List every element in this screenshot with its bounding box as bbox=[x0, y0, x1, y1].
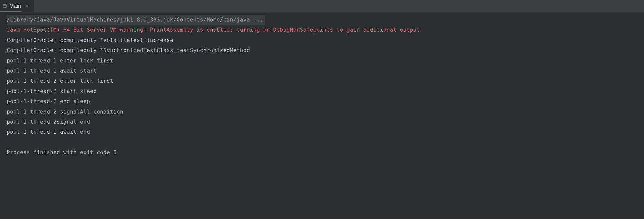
console-line: pool-1-thread-1 await end bbox=[7, 127, 644, 137]
console-line: pool-1-thread-2signal end bbox=[7, 117, 644, 127]
console-line: CompilerOracle: compileonly *VolatileTes… bbox=[7, 35, 644, 45]
console-line: pool-1-thread-1 await start bbox=[7, 66, 644, 76]
console-warning-line: Java HotSpot(TM) 64-Bit Server VM warnin… bbox=[7, 25, 644, 35]
console-output[interactable]: /Library/Java/JavaVirtualMachines/jdk1.8… bbox=[0, 12, 644, 158]
tab-bar: Main bbox=[0, 0, 644, 12]
run-config-icon bbox=[2, 3, 7, 9]
console-line: pool-1-thread-2 end sleep bbox=[7, 96, 644, 106]
console-line: pool-1-thread-1 enter lock first bbox=[7, 56, 644, 66]
console-line: pool-1-thread-2 enter lock first bbox=[7, 76, 644, 86]
console-line: CompilerOracle: compileonly *Synchronize… bbox=[7, 45, 644, 55]
console-line: pool-1-thread-2 signalAll condition bbox=[7, 107, 644, 117]
close-icon[interactable] bbox=[24, 3, 30, 9]
console-exit-line: Process finished with exit code 0 bbox=[7, 147, 644, 158]
svg-rect-0 bbox=[3, 4, 7, 7]
console-blank-line bbox=[7, 137, 644, 147]
console-line: pool-1-thread-2 start sleep bbox=[7, 86, 644, 96]
tab-main[interactable]: Main bbox=[0, 0, 34, 12]
console-command-line: /Library/Java/JavaVirtualMachines/jdk1.8… bbox=[7, 15, 644, 25]
tab-label: Main bbox=[9, 3, 21, 9]
